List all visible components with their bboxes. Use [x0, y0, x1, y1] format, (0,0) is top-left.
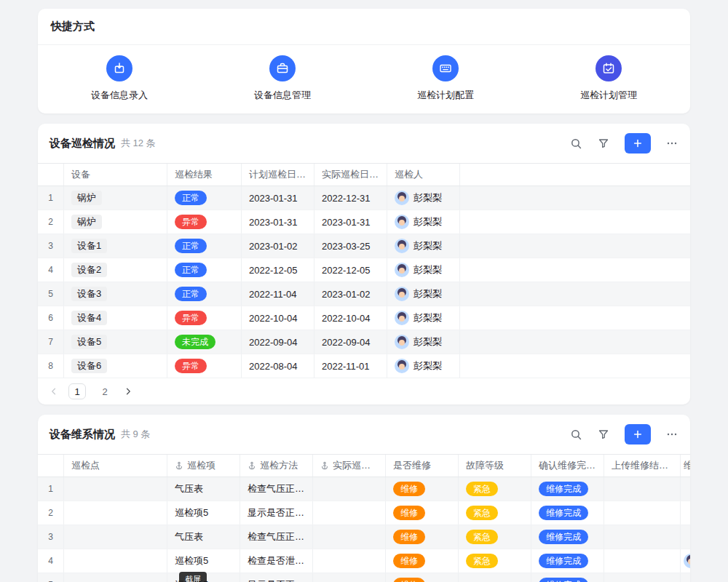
confirm-badge: 维修完成 [539, 530, 588, 544]
actual-cell [313, 477, 386, 501]
inspection-toolbar [569, 133, 678, 154]
add-record-button[interactable] [625, 424, 651, 445]
column-header-repairer[interactable]: 维 [681, 455, 690, 477]
row-index: 5 [38, 573, 64, 582]
result-cell: 正常 [167, 258, 242, 282]
table-row[interactable]: 5 设备3 正常 2022-11-04 2023-01-02 彭梨梨 [38, 282, 690, 306]
avatar [395, 191, 409, 205]
person-name: 彭梨梨 [414, 359, 442, 372]
item-cell: 气压表 [167, 477, 240, 501]
item-cell: 气压表 [167, 525, 240, 549]
method-cell: 显示是否正… [240, 501, 313, 525]
filter-icon[interactable] [597, 428, 610, 441]
add-record-button[interactable] [625, 133, 651, 154]
repair-badge: 维修 [393, 530, 425, 544]
inspector-cell: 彭梨梨 [387, 330, 460, 354]
avatar [395, 263, 409, 277]
fault-level-badge: 紧急 [466, 554, 498, 568]
plan-date-cell: 2022-08-04 [242, 354, 314, 378]
table-row[interactable]: 2 巡检项5 显示是否正… 维修 紧急 维修完成 [38, 501, 690, 525]
column-label: 巡检方法 [260, 459, 298, 472]
column-header-plan-date[interactable]: 计划巡检日… [242, 164, 314, 186]
column-header-actual[interactable]: 实际巡… [313, 455, 386, 477]
person-name: 彭梨梨 [414, 287, 442, 300]
shortcut-device-manage[interactable]: 设备信息管理 [201, 55, 364, 102]
actual-date-cell: 2022-12-31 [314, 186, 387, 210]
shortcut-label: 巡检计划管理 [580, 89, 637, 102]
confirm-cell: 维修完成 [531, 525, 604, 549]
repairer-cell [681, 477, 690, 501]
page-number[interactable]: 2 [96, 383, 114, 399]
actual-date-cell: 2022-12-05 [314, 258, 387, 282]
table-row[interactable]: 1 锅炉 正常 2023-01-31 2022-12-31 彭梨梨 [38, 186, 690, 210]
shortcut-plan-config[interactable]: 巡检计划配置 [364, 55, 527, 102]
column-header-actual-date[interactable]: 实际巡检日… [314, 164, 387, 186]
device-cell: 设备4 [64, 306, 167, 330]
keyboard-icon [432, 55, 459, 81]
table-row[interactable]: 8 设备6 异常 2022-08-04 2022-11-01 彭梨梨 [38, 354, 690, 378]
upload-cell [604, 501, 681, 525]
inspection-table-header: 设备 巡检结果 计划巡检日… 实际巡检日… 巡检人 [38, 163, 690, 186]
table-row[interactable]: 4 巡检项5 检查是否泄… 维修 紧急 维修完成 [38, 549, 690, 573]
shortcut-device-entry[interactable]: 设备信息录入 [38, 55, 201, 102]
column-header-confirm[interactable]: 确认维修完… [531, 455, 604, 477]
inspector-cell: 彭梨梨 [387, 210, 460, 234]
more-icon[interactable] [665, 428, 678, 441]
status-badge: 正常 [175, 287, 207, 301]
upload-cell [604, 525, 681, 549]
actual-date-cell: 2023-01-31 [314, 210, 387, 234]
search-icon[interactable] [569, 428, 582, 441]
column-header-level[interactable]: 故障等级 [459, 455, 531, 477]
table-row[interactable]: 7 设备5 未完成 2022-09-04 2022-09-04 彭梨梨 [38, 330, 690, 354]
item-cell: 巡检项5 [167, 501, 240, 525]
filter-icon[interactable] [597, 137, 610, 150]
avatar [395, 335, 409, 349]
row-index: 2 [38, 210, 64, 234]
next-page-icon[interactable] [124, 387, 132, 396]
device-chip: 设备5 [71, 335, 107, 349]
column-header-inspector[interactable]: 巡检人 [387, 164, 460, 186]
repairer-cell [681, 501, 690, 525]
page-number[interactable]: 1 [68, 383, 86, 399]
method-cell: 显示是否正… [240, 573, 313, 582]
prev-page-icon[interactable] [50, 387, 58, 396]
table-row[interactable]: 3 气压表 检查气压正… 维修 紧急 维修完成 [38, 525, 690, 549]
lookup-anchor-icon [175, 461, 183, 470]
device-chip: 设备1 [71, 239, 107, 253]
column-header-point[interactable]: 巡检点 [64, 455, 167, 477]
row-index: 7 [38, 330, 64, 354]
result-cell: 正常 [167, 186, 242, 210]
table-row[interactable]: 2 锅炉 异常 2023-01-31 2023-01-31 彭梨梨 [38, 210, 690, 234]
person-name: 彭梨梨 [414, 311, 442, 324]
inspector-cell: 彭梨梨 [387, 258, 460, 282]
upload-cell [604, 549, 681, 573]
row-index: 6 [38, 306, 64, 330]
column-header-repair[interactable]: 是否维修 [386, 455, 459, 477]
row-index: 4 [38, 549, 64, 573]
search-icon[interactable] [569, 137, 582, 150]
actual-date-cell: 2023-03-25 [314, 234, 387, 258]
column-header-upload[interactable]: 上传维修结… [604, 455, 681, 477]
plan-date-cell: 2022-12-05 [242, 258, 314, 282]
inspector-cell: 彭梨梨 [387, 186, 460, 210]
more-icon[interactable] [665, 137, 678, 150]
shortcut-plan-manage[interactable]: 巡检计划管理 [527, 55, 690, 102]
table-row[interactable]: 5 巡检项5 显示是否正… 维修 维修完成 [38, 573, 690, 582]
table-row[interactable]: 3 设备1 正常 2023-01-02 2023-03-25 彭梨梨 [38, 234, 690, 258]
repair-cell: 维修 [386, 477, 459, 501]
device-chip: 锅炉 [71, 191, 102, 205]
record-count: 共 9 条 [121, 428, 150, 441]
column-header-device[interactable]: 设备 [64, 164, 167, 186]
column-header-item[interactable]: 巡检项 [167, 455, 240, 477]
plan-date-cell: 2023-01-02 [242, 234, 314, 258]
status-badge: 异常 [175, 215, 207, 229]
column-header-index [38, 455, 64, 477]
column-header-method[interactable]: 巡检方法 [240, 455, 313, 477]
shortcuts-card: 快捷方式 设备信息录入 设备信息管理 [38, 9, 690, 113]
inspector-cell: 彭梨梨 [387, 234, 460, 258]
table-row[interactable]: 1 气压表 检查气压正… 维修 紧急 维修完成 [38, 477, 690, 501]
table-row[interactable]: 4 设备2 正常 2022-12-05 2022-12-05 彭梨梨 [38, 258, 690, 282]
column-header-result[interactable]: 巡检结果 [167, 164, 242, 186]
avatar [395, 215, 409, 229]
table-row[interactable]: 6 设备4 异常 2022-10-04 2022-10-04 彭梨梨 [38, 306, 690, 330]
